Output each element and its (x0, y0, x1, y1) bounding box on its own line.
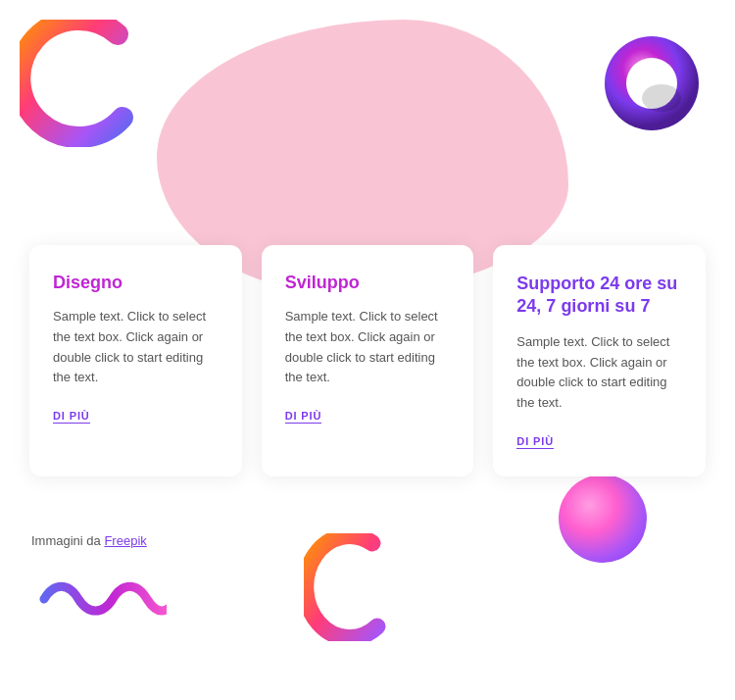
c-shape-top-left (20, 20, 147, 147)
c-shape-bottom-center (304, 533, 392, 641)
card-disegno-title: Disegno (53, 273, 219, 293)
svg-point-2 (642, 84, 681, 112)
card-supporto-body: Sample text. Click to select the text bo… (516, 332, 682, 414)
card-supporto-title: Supporto 24 ore su 24, 7 giorni su 7 (516, 273, 682, 319)
footer-prefix: Immagini da (31, 533, 104, 548)
card-supporto-link[interactable]: DI PIÙ (516, 435, 554, 449)
squiggle-bottom-left (39, 577, 167, 622)
footer-freepik-link[interactable]: Freepik (104, 533, 146, 548)
card-sviluppo: Sviluppo Sample text. Click to select th… (262, 245, 474, 476)
card-supporto: Supporto 24 ore su 24, 7 giorni su 7 Sam… (493, 245, 706, 476)
page-wrapper: Disegno Sample text. Click to select the… (0, 0, 735, 700)
cards-container: Disegno Sample text. Click to select the… (29, 245, 706, 476)
card-sviluppo-title: Sviluppo (285, 273, 451, 293)
card-disegno-body: Sample text. Click to select the text bo… (53, 307, 219, 388)
footer-attribution: Immagini da Freepik (31, 533, 147, 548)
sphere-bottom-right (559, 475, 647, 563)
card-sviluppo-body: Sample text. Click to select the text bo… (285, 307, 451, 388)
card-disegno-link[interactable]: DI PIÙ (53, 410, 90, 424)
card-sviluppo-link[interactable]: DI PIÙ (285, 410, 322, 424)
card-disegno: Disegno Sample text. Click to select the… (29, 245, 242, 476)
torus-top-right (598, 29, 706, 137)
